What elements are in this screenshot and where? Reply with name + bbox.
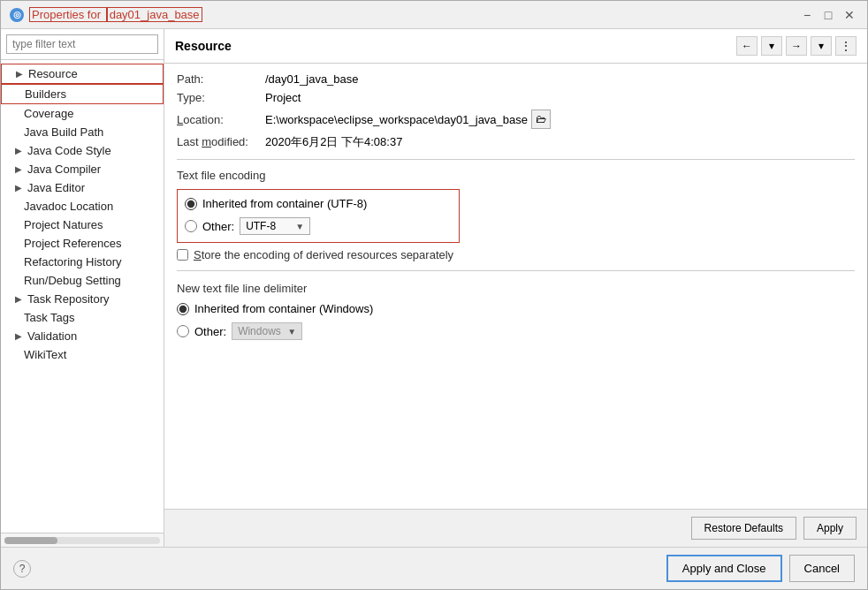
divider-1 [177, 159, 855, 160]
sidebar-item-java-compiler[interactable]: ▶ Java Compiler [1, 160, 164, 178]
bottom-bar: ? Apply and Close Cancel [1, 547, 867, 589]
sidebar-item-project-natures[interactable]: Project Natures [1, 216, 164, 234]
location-label: Location: [177, 113, 265, 126]
sidebar-item-label: Validation [27, 329, 77, 343]
text-encoding-label: Text file encoding [177, 169, 855, 182]
right-panel: Resource ← ▾ → ▾ ⋮ Path: /day01_java_bas… [164, 29, 867, 547]
panel-header: Resource ← ▾ → ▾ ⋮ [164, 29, 867, 64]
sidebar-item-coverage[interactable]: Coverage [1, 104, 164, 123]
newline-inherited-radio[interactable] [177, 303, 189, 315]
title-highlighted: Properties for [29, 7, 107, 22]
back-button[interactable]: ← [736, 36, 758, 56]
sidebar-tree: ▶ Resource Builders Coverage Java Build … [1, 60, 164, 533]
sidebar-item-java-code-style[interactable]: ▶ Java Code Style [1, 141, 164, 160]
location-value-row: E:\workspace\eclipse_workspace\day01_jav… [265, 110, 551, 129]
arrow-icon: ▶ [16, 69, 25, 79]
sidebar-item-java-build-path[interactable]: Java Build Path [1, 123, 164, 141]
title-controls: − □ ✕ [798, 6, 858, 24]
newline-other-label: Other: [194, 325, 226, 338]
location-browse-button[interactable]: 🗁 [531, 110, 551, 129]
newline-inherited-label: Inherited from container (Windows) [194, 302, 373, 315]
store-encoding-checkbox[interactable] [177, 249, 188, 261]
cancel-button[interactable]: Cancel [789, 555, 855, 582]
path-value: /day01_java_base [265, 72, 359, 86]
sidebar-item-javadoc-location[interactable]: Javadoc Location [1, 197, 164, 216]
encoding-inherited-radio[interactable] [185, 198, 197, 210]
encoding-other-dropdown[interactable]: UTF-8 ▼ [240, 217, 310, 235]
title-bar: ◎ Properties for day01_java_base − □ ✕ [1, 1, 867, 29]
apply-close-button[interactable]: Apply and Close [666, 555, 782, 582]
newline-inherited-row: Inherited from container (Windows) [177, 302, 855, 315]
store-encoding-label: Store the encoding of derived resources … [194, 248, 453, 261]
sidebar-item-label: Java Build Path [24, 125, 103, 139]
sidebar-item-label: Builders [25, 87, 66, 101]
newline-dropdown-value: Windows [238, 325, 281, 337]
sidebar-item-validation[interactable]: ▶ Validation [1, 327, 164, 345]
sidebar-item-wikitext[interactable]: WikiText [1, 345, 164, 364]
sidebar-item-label: Refactoring History [24, 255, 122, 269]
sidebar-item-project-references[interactable]: Project References [1, 234, 164, 253]
horizontal-scrollbar[interactable] [1, 533, 164, 547]
new-line-label: New text file line delimiter [177, 282, 855, 295]
sidebar-item-builders[interactable]: Builders [1, 84, 164, 104]
folder-icon: 🗁 [536, 113, 546, 125]
sidebar-item-label: Coverage [24, 107, 73, 120]
arrow-icon: ▶ [15, 164, 24, 174]
scrollbar-thumb[interactable] [4, 537, 57, 544]
store-encoding-row: Store the encoding of derived resources … [177, 248, 855, 261]
search-input[interactable] [6, 34, 158, 54]
dialog-title: Properties for day01_java_base [29, 8, 202, 21]
sidebar-item-label: Task Tags [24, 311, 75, 324]
back-dropdown-button[interactable]: ▾ [761, 36, 782, 56]
sidebar-item-resource[interactable]: ▶ Resource [1, 64, 164, 84]
type-label: Type: [177, 91, 265, 104]
panel-body: Path: /day01_java_base Type: Project Loc… [164, 64, 867, 509]
sidebar-item-refactoring-history[interactable]: Refactoring History [1, 253, 164, 271]
close-button[interactable]: ✕ [841, 6, 858, 24]
sidebar-item-label: Java Editor [27, 181, 85, 194]
sidebar-item-label: Resource [28, 67, 78, 80]
encoding-dropdown-value: UTF-8 [246, 220, 276, 232]
sidebar-item-label: Java Code Style [27, 144, 111, 157]
main-content: ▶ Resource Builders Coverage Java Build … [1, 29, 867, 547]
divider-2 [177, 270, 855, 271]
sidebar-item-label: WikiText [24, 348, 66, 361]
arrow-icon: ▶ [15, 183, 24, 193]
sidebar-item-label: Project References [24, 237, 122, 250]
sidebar-item-task-tags[interactable]: Task Tags [1, 308, 164, 327]
encoding-other-radio[interactable] [185, 220, 197, 232]
forward-button[interactable]: → [786, 36, 807, 56]
panel-footer: Restore Defaults Apply [164, 509, 867, 547]
scrollbar-track[interactable] [4, 537, 160, 544]
sidebar-item-task-repository[interactable]: ▶ Task Repository [1, 290, 164, 308]
minimize-button[interactable]: − [798, 6, 816, 24]
encoding-other-row: Other: UTF-8 ▼ [185, 217, 452, 235]
encoding-inherited-label: Inherited from container (UTF-8) [202, 197, 367, 210]
location-row: Location: E:\workspace\eclipse_workspace… [177, 110, 855, 129]
encoding-box: Inherited from container (UTF-8) Other: … [177, 189, 460, 243]
arrow-icon: ▶ [15, 331, 24, 341]
newline-other-dropdown[interactable]: Windows ▼ [232, 322, 302, 340]
newline-other-row: Other: Windows ▼ [177, 322, 855, 340]
forward-dropdown-button[interactable]: ▾ [811, 36, 832, 56]
dropdown-arrow-icon: ▼ [295, 222, 304, 231]
dropdown-arrow-icon: ▼ [287, 327, 296, 337]
maximize-button[interactable]: □ [819, 6, 837, 24]
sidebar-item-java-editor[interactable]: ▶ Java Editor [1, 178, 164, 197]
restore-defaults-button[interactable]: Restore Defaults [691, 517, 796, 540]
apply-button[interactable]: Apply [803, 517, 857, 540]
newline-other-radio[interactable] [177, 325, 189, 337]
title-project-name: day01_java_base [107, 7, 202, 22]
arrow-icon: ▶ [15, 146, 24, 155]
type-row: Type: Project [177, 91, 855, 104]
arrow-icon: ▶ [15, 294, 24, 304]
app-icon: ◎ [10, 8, 24, 22]
sidebar-item-run-debug[interactable]: Run/Debug Setting [1, 271, 164, 290]
search-box [1, 29, 164, 60]
sidebar-item-label: Project Natures [24, 218, 103, 231]
menu-button[interactable]: ⋮ [835, 36, 857, 56]
path-label: Path: [177, 72, 265, 86]
location-value: E:\workspace\eclipse_workspace\day01_jav… [265, 113, 528, 126]
encoding-inherited-row: Inherited from container (UTF-8) [185, 197, 452, 210]
help-button[interactable]: ? [13, 560, 31, 578]
